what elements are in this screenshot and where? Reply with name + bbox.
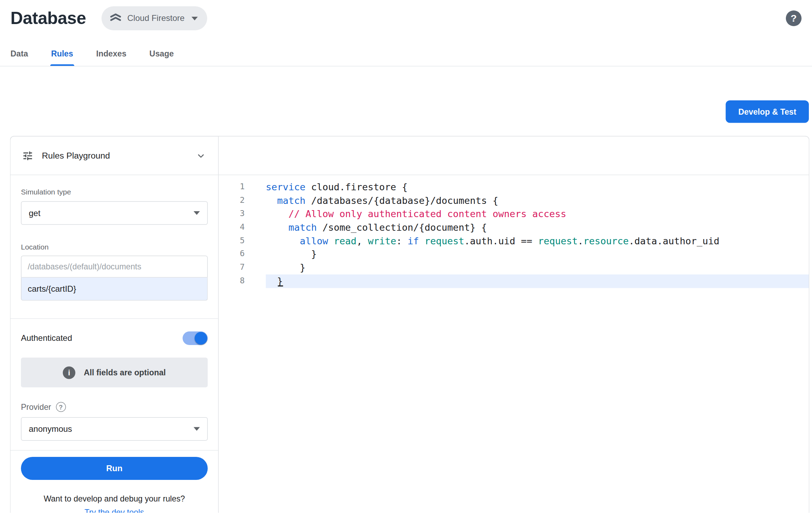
rules-playground-sidebar: Rules Playground Simulation type get Loc… <box>10 137 219 513</box>
tab-data[interactable]: Data <box>10 44 28 66</box>
provider-row: Provider ? <box>21 402 208 412</box>
code-line[interactable]: 3 // Allow only authenticated content ow… <box>219 207 809 221</box>
line-number: 8 <box>219 274 266 288</box>
develop-test-button[interactable]: Develop & Test <box>726 100 809 123</box>
code-line-content: // Allow only authenticated content owne… <box>266 207 809 221</box>
tab-rules[interactable]: Rules <box>51 44 73 66</box>
rules-playground-header[interactable]: Rules Playground <box>10 137 218 175</box>
location-group: /databases/(default)/documents carts/{ca… <box>21 256 208 301</box>
line-number: 3 <box>219 207 266 221</box>
line-number: 5 <box>219 234 266 248</box>
text-cursor <box>278 276 283 286</box>
code-line[interactable]: 8 } <box>219 274 809 288</box>
dev-tools-link-row: Try the dev tools <box>21 508 208 513</box>
info-banner: i All fields are optional <box>21 358 208 388</box>
code-line-content: match /databases/{database}/documents { <box>266 194 809 207</box>
line-number: 1 <box>219 181 266 194</box>
chevron-down-icon <box>191 16 198 20</box>
location-input[interactable]: carts/{cartID} <box>21 278 208 301</box>
provider-value: anonymous <box>29 424 72 434</box>
run-button[interactable]: Run <box>21 457 208 480</box>
chevron-down-icon <box>194 427 200 431</box>
tab-usage[interactable]: Usage <box>149 44 174 66</box>
code-line[interactable]: 7 } <box>219 261 809 275</box>
code-line[interactable]: 1service cloud.firestore { <box>219 181 809 194</box>
code-line-content: } <box>266 261 809 275</box>
dev-tools-link[interactable]: Try the dev tools <box>84 508 144 513</box>
page-title: Database <box>10 8 86 28</box>
collapse-chevron-icon[interactable] <box>195 150 207 161</box>
code-lines: 1service cloud.firestore {2 match /datab… <box>219 181 809 288</box>
toggle-knob <box>195 332 207 345</box>
authenticated-toggle[interactable] <box>183 331 208 345</box>
line-number: 4 <box>219 221 266 234</box>
help-icon[interactable]: ? <box>786 10 802 26</box>
rules-playground-body: Simulation type get Location /databases/… <box>10 175 218 513</box>
code-line-content: service cloud.firestore { <box>266 181 809 194</box>
info-icon: i <box>63 366 75 379</box>
database-selector-label: Cloud Firestore <box>127 14 185 23</box>
provider-select[interactable]: anonymous <box>21 417 208 441</box>
code-line[interactable]: 4 match /some_collection/{document} { <box>219 221 809 234</box>
editor-toolbar <box>219 137 809 175</box>
line-number: 6 <box>219 247 266 261</box>
location-label: Location <box>21 243 208 251</box>
page-header: Database Cloud Firestore ? <box>0 0 812 30</box>
tune-icon <box>22 150 33 161</box>
location-prefix-input[interactable]: /databases/(default)/documents <box>21 256 208 278</box>
rules-playground-title: Rules Playground <box>42 151 110 161</box>
code-line-content: } <box>266 247 809 261</box>
dev-tools-question: Want to develop and debug your rules? <box>21 494 208 504</box>
divider <box>10 450 218 451</box>
provider-label: Provider <box>21 402 51 412</box>
authenticated-label: Authenticated <box>21 334 72 343</box>
code-line-content: allow read, write: if request.auth.uid =… <box>266 234 809 248</box>
tab-indexes[interactable]: Indexes <box>96 44 127 66</box>
firestore-database-page: Database Cloud Firestore ? Data Rules In… <box>0 0 812 513</box>
simulation-type-label: Simulation type <box>21 188 208 196</box>
info-banner-text: All fields are optional <box>84 368 166 377</box>
simulation-type-select[interactable]: get <box>21 201 208 225</box>
line-number: 7 <box>219 261 266 275</box>
code-line[interactable]: 6 } <box>219 247 809 261</box>
chevron-down-icon <box>194 211 200 215</box>
line-number: 2 <box>219 194 266 207</box>
code-line-content: match /some_collection/{document} { <box>266 221 809 234</box>
code-line-content: } <box>266 274 809 288</box>
code-line[interactable]: 5 allow read, write: if request.auth.uid… <box>219 234 809 248</box>
code-line[interactable]: 2 match /databases/{database}/documents … <box>219 194 809 207</box>
database-selector[interactable]: Cloud Firestore <box>102 6 207 30</box>
tab-bar: Data Rules Indexes Usage <box>0 44 812 67</box>
provider-help-icon[interactable]: ? <box>56 402 66 412</box>
simulation-type-value: get <box>29 208 40 218</box>
rules-editor: 1service cloud.firestore {2 match /datab… <box>219 137 809 513</box>
authenticated-row: Authenticated <box>21 331 208 345</box>
code-editor[interactable]: 1service cloud.firestore {2 match /datab… <box>219 175 809 288</box>
actions-row: Develop & Test <box>0 67 812 123</box>
firestore-icon <box>109 12 123 25</box>
divider <box>10 319 218 319</box>
rules-panel: Rules Playground Simulation type get Loc… <box>10 136 810 513</box>
